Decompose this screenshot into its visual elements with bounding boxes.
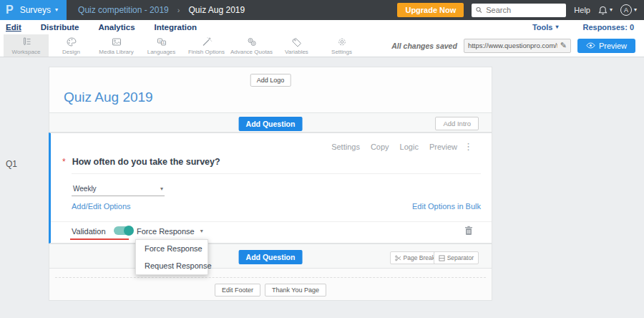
surveys-menu-label: Surveys bbox=[20, 5, 51, 15]
chevron-down-icon: ▾ bbox=[555, 24, 558, 30]
survey-title[interactable]: Quiz Aug 2019 bbox=[64, 90, 153, 105]
toolbar-item-settings[interactable]: Settings bbox=[319, 34, 364, 57]
breadcrumb-current: Quiz Aug 2019 bbox=[188, 5, 245, 15]
answer-option-select[interactable]: Weekly ▾ bbox=[72, 181, 165, 196]
chevron-down-icon: ▾ bbox=[200, 228, 203, 234]
validation-label: Validation bbox=[72, 227, 106, 236]
toolbar-item-label: Design bbox=[62, 49, 80, 55]
validation-dropdown-menu: Force Response Request Response bbox=[135, 239, 208, 275]
translate-icon: A x bbox=[156, 37, 167, 47]
answer-option-value: Weekly bbox=[73, 185, 97, 193]
edit-options-in-bulk-link[interactable]: Edit Options in Bulk bbox=[412, 202, 481, 211]
add-question-button[interactable]: Add Question bbox=[239, 117, 303, 131]
chevron-down-icon: ▾ bbox=[610, 7, 613, 13]
surveys-menu[interactable]: P Surveys ▾ bbox=[0, 0, 67, 20]
add-intro-button[interactable]: Add Intro bbox=[435, 117, 479, 130]
toolbar-item-label: Media Library bbox=[99, 49, 133, 55]
bell-icon bbox=[598, 6, 608, 15]
magic-wand-icon bbox=[201, 37, 213, 47]
validation-highlight-underline bbox=[70, 238, 129, 240]
survey-url-input[interactable] bbox=[468, 42, 557, 49]
chevron-down-icon: ▾ bbox=[55, 7, 58, 13]
separator-icon bbox=[439, 255, 445, 261]
edit-url-icon[interactable]: ✎ bbox=[560, 41, 567, 50]
survey-header-section: Add Logo Quiz Aug 2019 bbox=[49, 67, 492, 113]
eye-icon bbox=[586, 42, 595, 49]
nav-tab-integration[interactable]: Integration bbox=[155, 23, 197, 32]
chevron-down-icon: ▾ bbox=[160, 186, 163, 192]
add-question-row-bottom: Add Question Page Break Separator bbox=[49, 244, 492, 269]
toolbar-item-label: Workspace bbox=[12, 49, 41, 55]
upgrade-now-button[interactable]: Upgrade Now bbox=[397, 3, 464, 17]
scissors-icon bbox=[395, 255, 401, 261]
tools-menu-label: Tools bbox=[532, 23, 553, 32]
question-number-label: Q1 bbox=[6, 159, 17, 169]
quota-gears-icon bbox=[246, 37, 258, 47]
breadcrumb-parent[interactable]: Quiz competition - 2019 bbox=[78, 5, 169, 15]
image-icon bbox=[111, 37, 122, 47]
help-link[interactable]: Help bbox=[574, 6, 590, 14]
required-asterisk: * bbox=[62, 157, 66, 167]
add-edit-options-link[interactable]: Add/Edit Options bbox=[72, 202, 131, 211]
top-bar: P Surveys ▾ Quiz competition - 2019 › Qu… bbox=[0, 0, 644, 20]
toolbar-item-media-library[interactable]: Media Library bbox=[94, 34, 139, 57]
palette-icon bbox=[66, 37, 77, 47]
toolbar-item-design[interactable]: Design bbox=[49, 34, 94, 57]
validation-divider bbox=[51, 221, 492, 222]
toolbar-item-workspace[interactable]: Workspace bbox=[4, 34, 49, 57]
breadcrumb: Quiz competition - 2019 › Quiz Aug 2019 bbox=[67, 0, 245, 20]
question-text-divider bbox=[72, 173, 481, 174]
workspace-icon bbox=[21, 37, 32, 47]
trash-icon bbox=[464, 226, 473, 236]
page-break-label: Page Break bbox=[404, 254, 435, 261]
question-settings-link[interactable]: Settings bbox=[331, 143, 360, 151]
question-logic-link[interactable]: Logic bbox=[400, 143, 419, 151]
survey-toolbar: Workspace Design Media Library A x Langu… bbox=[0, 34, 644, 57]
question-text-row: * How often do you take the survey? bbox=[62, 157, 220, 167]
toolbar-item-languages[interactable]: A x Languages bbox=[139, 34, 184, 57]
thank-you-page-button[interactable]: Thank You Page bbox=[265, 284, 326, 297]
nav-tab-distribute[interactable]: Distribute bbox=[41, 23, 79, 32]
responses-count[interactable]: Responses: 0 bbox=[582, 23, 634, 32]
nav-tab-analytics[interactable]: Analytics bbox=[98, 23, 135, 32]
gear-icon bbox=[336, 37, 348, 47]
nav-tab-edit[interactable]: Edit bbox=[6, 23, 21, 32]
dropdown-item-force-response[interactable]: Force Response bbox=[136, 240, 208, 257]
question-preview-link[interactable]: Preview bbox=[429, 143, 457, 151]
survey-footer-section: Edit Footer Thank You Page bbox=[49, 269, 492, 301]
add-question-button[interactable]: Add Question bbox=[239, 250, 303, 264]
toolbar-item-label: Languages bbox=[147, 49, 176, 55]
survey-canvas: Add Logo Quiz Aug 2019 Add Question Add … bbox=[49, 67, 492, 301]
main-nav: Edit Distribute Analytics Integration To… bbox=[0, 20, 644, 34]
question-copy-link[interactable]: Copy bbox=[371, 143, 389, 151]
account-menu[interactable]: A ▾ bbox=[620, 4, 637, 16]
autosave-status: All changes saved bbox=[391, 42, 457, 50]
toolbar-item-finish-options[interactable]: Finish Options bbox=[184, 34, 229, 57]
toolbar-item-label: Settings bbox=[331, 49, 352, 55]
footer-dashed-divider bbox=[55, 277, 486, 278]
validation-toggle[interactable] bbox=[114, 226, 133, 235]
search-input[interactable] bbox=[486, 6, 562, 14]
dropdown-item-request-response[interactable]: Request Response bbox=[136, 257, 208, 274]
separator-button[interactable]: Separator bbox=[434, 251, 479, 264]
avatar: A bbox=[620, 4, 632, 16]
add-question-row-top: Add Question Add Intro bbox=[49, 113, 492, 132]
edit-footer-button[interactable]: Edit Footer bbox=[215, 284, 260, 297]
toolbar-item-advance-quotas[interactable]: Advance Quotas bbox=[229, 34, 274, 57]
svg-text:x: x bbox=[159, 38, 161, 42]
toolbar-item-label: Finish Options bbox=[188, 49, 225, 55]
add-logo-button[interactable]: Add Logo bbox=[250, 74, 291, 87]
delete-question-button[interactable] bbox=[464, 226, 473, 236]
question-text[interactable]: How often do you take the survey? bbox=[72, 157, 220, 167]
survey-url-field[interactable]: ✎ bbox=[464, 39, 571, 53]
validation-type-select[interactable]: Force Response ▾ bbox=[137, 227, 203, 236]
question-more-menu-icon[interactable]: ⋮ bbox=[464, 141, 473, 152]
search-box[interactable] bbox=[472, 4, 566, 17]
toolbar-item-variables[interactable]: Variables bbox=[274, 34, 319, 57]
tag-icon bbox=[291, 37, 303, 47]
toolbar-item-label: Variables bbox=[285, 49, 308, 55]
page-break-button[interactable]: Page Break bbox=[390, 251, 440, 264]
notifications-menu[interactable]: ▾ bbox=[598, 6, 613, 15]
preview-button[interactable]: Preview bbox=[577, 39, 635, 53]
tools-menu[interactable]: Tools ▾ bbox=[532, 23, 559, 32]
